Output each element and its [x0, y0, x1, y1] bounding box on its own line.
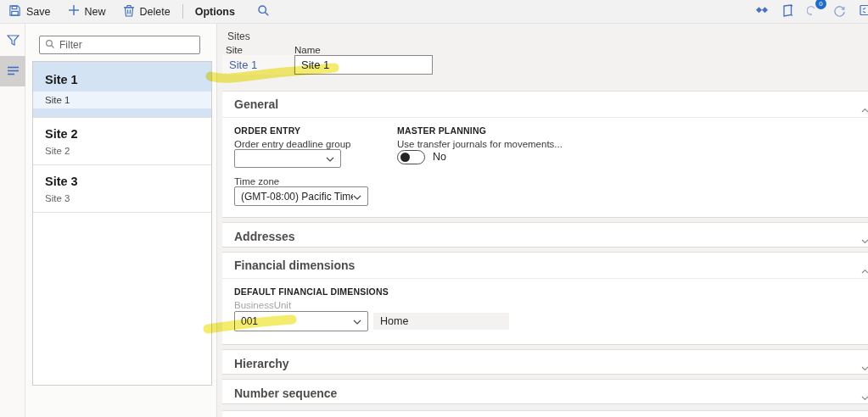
name-field-label: Name: [294, 45, 321, 55]
transfer-journals-label: Use transfer journals for movements...: [397, 139, 563, 149]
new-label: New: [85, 6, 106, 18]
save-button[interactable]: Save: [0, 0, 59, 24]
list-item-title: Site 2: [33, 118, 211, 141]
list-item-site-1[interactable]: Site 1 Site 1: [33, 62, 211, 118]
records-list-panel: Site 1 Site 1 Site 2 Site 2 Site 3 Site …: [25, 24, 217, 417]
filter-pane-button[interactable]: [0, 29, 25, 54]
dropdown-value: (GMT-08:00) Pacific Time (US ...: [241, 191, 353, 203]
default-financial-dimensions-group-label: DEFAULT FINANCIAL DIMENSIONS: [234, 286, 389, 297]
section-number-sequence-header[interactable]: Number sequence: [222, 380, 868, 406]
expand-icon: [860, 4, 868, 19]
toggle-state-text: No: [433, 151, 446, 163]
app-window: Save New Delete Options: [0, 0, 868, 417]
search-icon: [257, 4, 270, 19]
help-book-icon: [782, 4, 793, 19]
details-pane: Sites Site Site 1 Name General ORDER ENT…: [217, 24, 868, 417]
trash-icon: [123, 4, 135, 19]
save-label: Save: [26, 6, 51, 18]
refresh-icon: [833, 4, 846, 19]
list-item-site-2[interactable]: Site 2 Site 2: [33, 118, 211, 165]
action-pane-toolbar: Save New Delete Options: [0, 0, 868, 24]
section-partial-bottom: [222, 410, 868, 417]
collapse-chevron-icon: [861, 262, 868, 277]
section-addresses: Addresses: [222, 222, 868, 247]
business-unit-label: BusinessUnit: [234, 300, 291, 310]
page-title: Sites: [227, 31, 250, 42]
list-item-subtitle: Site 1: [33, 92, 211, 108]
options-tab[interactable]: Options: [187, 0, 244, 24]
transfer-journals-toggle[interactable]: [397, 150, 425, 164]
list-item-site-3[interactable]: Site 3 Site 3: [33, 165, 211, 213]
chevron-down-icon: [353, 315, 361, 327]
notifications-button[interactable]: 0: [805, 2, 821, 21]
section-general-header[interactable]: General: [222, 92, 868, 118]
filter-input[interactable]: [59, 39, 194, 51]
personalize-button[interactable]: [753, 3, 770, 19]
name-field-input[interactable]: [294, 55, 433, 75]
save-icon: [8, 4, 21, 19]
time-zone-dropdown[interactable]: (GMT-08:00) Pacific Time (US ...: [234, 186, 368, 206]
order-entry-deadline-dropdown[interactable]: [234, 149, 341, 168]
collapse-chevron-icon: [861, 101, 868, 116]
section-financial-dimensions: Financial dimensions DEFAULT FINANCIAL D…: [222, 252, 868, 345]
business-unit-dropdown[interactable]: 001: [234, 311, 368, 331]
plus-icon: [68, 4, 80, 19]
section-title: Hierarchy: [222, 357, 289, 370]
search-button[interactable]: [255, 3, 272, 21]
business-unit-description: Home: [373, 313, 509, 330]
section-hierarchy-header[interactable]: Hierarchy: [222, 350, 868, 376]
section-title: Number sequence: [222, 386, 337, 400]
site-list: Site 1 Site 1 Site 2 Site 2 Site 3 Site …: [32, 61, 212, 386]
chevron-down-icon: [326, 153, 334, 164]
expand-chevron-icon: [861, 359, 868, 375]
list-item-subtitle: Site 3: [33, 190, 211, 212]
delete-label: Delete: [140, 6, 171, 18]
order-entry-deadline-label: Order entry deadline group: [234, 139, 350, 149]
view-list-button[interactable]: [0, 56, 25, 86]
left-icon-rail: [0, 24, 25, 417]
list-item-subtitle: Site 2: [33, 142, 211, 164]
help-button[interactable]: [781, 3, 795, 21]
delete-button[interactable]: Delete: [115, 0, 179, 24]
section-title: Financial dimensions: [222, 259, 355, 272]
section-financial-dimensions-header[interactable]: Financial dimensions: [222, 253, 868, 279]
toggle-knob: [400, 153, 410, 162]
dropdown-value: 001: [241, 315, 258, 327]
toolbar-right-icons: 0: [753, 2, 868, 21]
order-entry-group-label: ORDER ENTRY: [234, 125, 300, 136]
list-lines-icon: [7, 65, 20, 78]
fullscreen-button[interactable]: [858, 3, 868, 20]
section-title: Addresses: [222, 230, 295, 243]
list-item-title: Site 3: [33, 165, 211, 188]
section-number-sequence: Number sequence: [222, 379, 868, 404]
site-field-value[interactable]: Site 1: [222, 55, 293, 75]
funnel-icon: [7, 35, 20, 49]
notification-badge: 0: [815, 0, 826, 9]
master-planning-group-label: MASTER PLANNING: [397, 125, 486, 136]
list-item-title: Site 1: [33, 62, 211, 86]
chevron-down-icon: [353, 191, 361, 203]
refresh-button[interactable]: [832, 3, 848, 21]
expand-chevron-icon: [861, 389, 868, 404]
expand-chevron-icon: [861, 232, 868, 247]
section-hierarchy: Hierarchy: [222, 349, 868, 375]
double-diamond-icon: [755, 5, 769, 18]
toolbar-divider: [182, 4, 183, 19]
filter-search-box[interactable]: [39, 36, 200, 54]
site-field-label: Site: [226, 45, 243, 55]
section-general: General ORDER ENTRY MASTER PLANNING Orde…: [222, 91, 868, 218]
filter-search-icon: [45, 37, 55, 53]
section-title: General: [222, 97, 278, 111]
section-addresses-header[interactable]: Addresses: [222, 223, 868, 249]
options-label: Options: [195, 6, 235, 18]
time-zone-label: Time zone: [234, 176, 279, 186]
new-button[interactable]: New: [59, 0, 115, 24]
